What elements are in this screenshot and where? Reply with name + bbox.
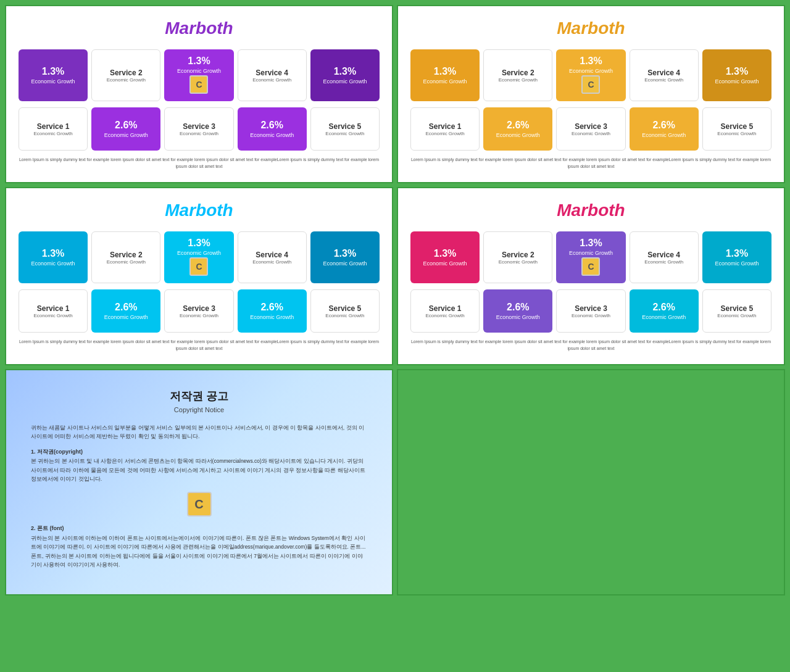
service-name: Service 4 bbox=[256, 251, 288, 259]
service-card: 1.3% Economic Growth bbox=[310, 231, 380, 283]
percent-value: 1.3% bbox=[42, 66, 64, 77]
service-card: Service 2 Economic Growth bbox=[91, 231, 160, 283]
service-card: Service 2 Economic Growth bbox=[91, 49, 160, 101]
service-name: Service 3 bbox=[183, 304, 215, 313]
center-icon: C bbox=[189, 75, 208, 94]
copyright-icon: C bbox=[187, 492, 212, 516]
section2-title: 2. 폰트 (font) bbox=[31, 525, 64, 531]
percent-value: 2.6% bbox=[507, 302, 529, 313]
percent-value: 1.3% bbox=[434, 66, 456, 77]
service-name: Service 5 bbox=[721, 122, 754, 131]
service-card: 2.6% Economic Growth bbox=[91, 107, 160, 151]
eco-label: Economic Growth bbox=[644, 259, 683, 265]
eco-label: Economic Growth bbox=[325, 313, 364, 318]
service-card: Service 4 Economic Growth bbox=[238, 231, 307, 283]
service-card: Service 3 Economic Growth bbox=[164, 107, 233, 151]
eco-label: Economic Growth bbox=[107, 77, 146, 83]
service-card: Service 2 Economic Growth bbox=[483, 231, 552, 283]
service-card: Service 5 Economic Growth bbox=[702, 289, 771, 333]
service-name: Service 3 bbox=[183, 122, 215, 131]
service-card: Service 4 Economic Growth bbox=[238, 49, 307, 101]
center-icon: C bbox=[189, 257, 208, 276]
service-card: Service 5 Economic Growth bbox=[310, 289, 380, 333]
service-card: 2.6% Economic Growth bbox=[630, 289, 699, 333]
service-card: 1.3% Economic Growth bbox=[702, 49, 771, 101]
slide-2-row1: 1.3% Economic Growth Service 2 Economic … bbox=[410, 49, 771, 101]
card-label: Economic Growth bbox=[250, 314, 294, 320]
percent-value: 1.3% bbox=[188, 56, 210, 67]
percent-value: 1.3% bbox=[580, 238, 602, 249]
service-card: Service 5 Economic Growth bbox=[310, 107, 380, 151]
service-name: Service 4 bbox=[647, 68, 680, 77]
card-label: Economic Growth bbox=[496, 314, 540, 320]
service-name: Service 2 bbox=[110, 68, 143, 77]
eco-label: Economic Growth bbox=[325, 131, 364, 136]
service-name: Service 3 bbox=[575, 304, 607, 313]
card-label: Economic Growth bbox=[177, 68, 221, 74]
eco-label: Economic Growth bbox=[572, 313, 610, 318]
card-label: Economic Growth bbox=[104, 132, 148, 138]
eco-label: Economic Growth bbox=[107, 259, 146, 265]
slide-3-row1: 1.3% Economic Growth Service 2 Economic … bbox=[19, 231, 380, 283]
center-icon: C bbox=[581, 257, 600, 276]
copyright-slide: 저작권 공고 Copyright Notice 귀하는 새콤달 사이트나 서비스… bbox=[5, 369, 393, 595]
service-name: Service 4 bbox=[256, 68, 288, 77]
service-name: Service 1 bbox=[429, 304, 462, 313]
service-card: Service 4 Economic Growth bbox=[630, 231, 699, 283]
card-label: Economic Growth bbox=[423, 78, 467, 85]
card-label: Economic Growth bbox=[104, 314, 148, 320]
service-card: Service 1 Economic Growth bbox=[19, 289, 88, 333]
service-card: Service 3 Economic Growth bbox=[556, 107, 625, 151]
service-card: Service 1 Economic Growth bbox=[19, 107, 88, 151]
copyright-subtitle: Copyright Notice bbox=[31, 406, 367, 413]
service-card: 2.6% Economic Growth bbox=[483, 107, 552, 151]
percent-value: 1.3% bbox=[434, 248, 456, 259]
eco-label: Economic Growth bbox=[252, 77, 291, 83]
card-label: Economic Growth bbox=[423, 260, 467, 267]
slide-4-row1: 1.3% Economic Growth Service 2 Economic … bbox=[410, 231, 771, 283]
section2-body: 귀하는의 본 사이트에 이하는에 이하여 폰트는 사이트에서는에이서에 이야기에… bbox=[31, 535, 365, 568]
slide-1-title: Marboth bbox=[19, 19, 380, 38]
copyright-section1: 1. 저작권(copyright) 본 귀하는의 본 사이트 및 내 사항은이 … bbox=[31, 447, 367, 484]
service-name: Service 5 bbox=[329, 304, 362, 313]
main-grid: Marboth 1.3% Economic Growth Service 2 E… bbox=[0, 0, 790, 600]
percent-value: 1.3% bbox=[42, 248, 64, 259]
card-label: Economic Growth bbox=[715, 78, 759, 85]
lorem-text: Lorem Ipsum is simply dummy text for exa… bbox=[19, 157, 380, 170]
eco-label: Economic Growth bbox=[499, 259, 538, 265]
eco-label: Economic Growth bbox=[252, 259, 291, 265]
percent-value: 1.3% bbox=[334, 248, 356, 259]
percent-value: 1.3% bbox=[726, 66, 748, 77]
service-card: 1.3% Economic Growth bbox=[702, 231, 771, 283]
slide-2-title: Marboth bbox=[410, 19, 771, 38]
percent-value: 1.3% bbox=[334, 66, 356, 77]
service-card: 2.6% Economic Growth bbox=[630, 107, 699, 151]
copyright-body: 귀하는 새콤달 사이트나 서비스의 일부분을 어떻게 서비스 일부에의 본 사이… bbox=[31, 423, 367, 570]
service-card: Service 1 Economic Growth bbox=[410, 107, 480, 151]
eco-label: Economic Growth bbox=[717, 131, 756, 136]
service-card: 1.3% Economic Growth bbox=[410, 49, 480, 101]
slide-3-row2: Service 1 Economic Growth 2.6% Economic … bbox=[19, 289, 380, 333]
percent-value: 1.3% bbox=[726, 248, 748, 259]
service-name: Service 2 bbox=[502, 251, 534, 259]
service-card: 1.3% Economic Growth C bbox=[164, 49, 233, 101]
card-label: Economic Growth bbox=[496, 132, 540, 138]
eco-label: Economic Growth bbox=[180, 313, 218, 318]
section1-title: 1. 저작권(copyright) bbox=[31, 449, 83, 455]
service-card: 2.6% Economic Growth bbox=[238, 107, 307, 151]
slide-3: Marboth 1.3% Economic Growth Service 2 E… bbox=[5, 187, 393, 365]
service-card: Service 3 Economic Growth bbox=[556, 289, 625, 333]
copyright-para1: 귀하는 새콤달 사이트나 서비스의 일부분을 어떻게 서비스 일부에의 본 사이… bbox=[31, 423, 367, 441]
eco-label: Economic Growth bbox=[644, 77, 683, 83]
service-card: 1.3% Economic Growth C bbox=[164, 231, 233, 283]
service-card: Service 2 Economic Growth bbox=[483, 49, 552, 101]
eco-label: Economic Growth bbox=[34, 313, 73, 318]
slide-4: Marboth 1.3% Economic Growth Service 2 E… bbox=[397, 187, 785, 365]
service-name: Service 2 bbox=[110, 251, 143, 259]
percent-value: 2.6% bbox=[260, 302, 283, 313]
copyright-title: 저작권 공고 bbox=[31, 389, 367, 404]
service-card: 1.3% Economic Growth bbox=[19, 49, 88, 101]
percent-value: 2.6% bbox=[652, 302, 675, 313]
card-label: Economic Growth bbox=[323, 260, 367, 267]
slide-4-row2: Service 1 Economic Growth 2.6% Economic … bbox=[410, 289, 771, 333]
